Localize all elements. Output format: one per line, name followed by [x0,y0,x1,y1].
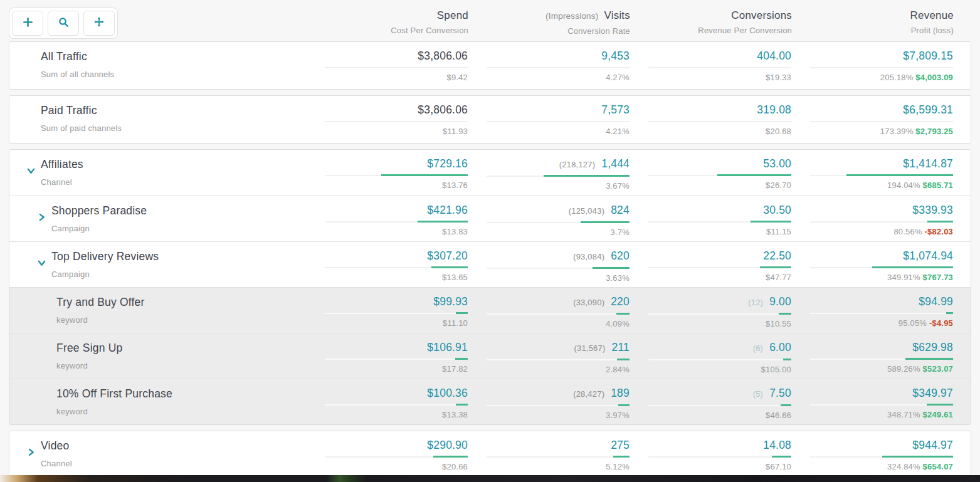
visits-value[interactable]: 275 [611,439,630,451]
conversions-value[interactable]: 9.00 [769,295,791,308]
row-title: Free Sign Up [56,342,306,355]
revenue-value[interactable]: $6,599.31 [903,103,953,116]
conversions-subvalue: $105.00 [630,365,791,374]
conversions-value[interactable]: 14.08 [763,439,791,451]
value-share-bar [431,266,468,268]
chevron-down-icon[interactable] [27,167,35,175]
conversion-count: (12) [748,296,763,309]
chevron-right-icon[interactable] [38,213,46,221]
spend-value[interactable]: $307.20 [427,249,468,262]
spend-value[interactable]: $290.90 [427,439,468,451]
spend-value[interactable]: $729.16 [427,157,468,170]
row-title: All Traffic [41,50,306,63]
row-title: Paid Traffic [41,104,306,117]
visits-subvalue: 4.09% [468,319,630,328]
conversions-value[interactable]: 7.50 [769,387,791,399]
move-button[interactable] [83,11,115,36]
revenue-subvalue: 324.84% $654.07 [791,462,953,471]
visits-value[interactable]: 1,444 [601,157,630,170]
visits-value[interactable]: 620 [611,249,630,262]
visits-sub-metric: 2.84% [606,365,630,374]
profit-amount: $2,793.25 [915,127,953,136]
spend-subvalue: $20.66 [306,462,468,471]
revenue-value[interactable]: $349.97 [912,387,953,399]
table-row: Free Sign Upkeyword$106.91$17.82(31,567)… [9,333,971,379]
spend-value[interactable]: $421.96 [427,204,468,216]
row-title: Top Delivery Reviews [51,250,306,263]
profit-amount: $249.61 [923,410,953,419]
conversions-sub-metric: $20.68 [766,127,791,136]
conversions-value[interactable]: 53.00 [763,157,791,170]
revenue-value[interactable]: $944.97 [912,439,953,451]
divider-track [648,67,791,68]
revenue-value[interactable]: $1,414.87 [903,157,953,170]
search-icon [58,17,69,30]
chevron-right-icon[interactable] [27,448,35,456]
conversions-sub-metric: $47.77 [766,273,791,282]
roi-percent: 205.18% [880,73,914,82]
value-share-bar [882,456,953,458]
spend-value[interactable]: $100.36 [427,387,468,399]
revenue-subvalue: 348.71% $249.61 [791,410,953,419]
visits-value[interactable]: 189 [611,387,630,399]
revenue-value[interactable]: $7,809.15 [903,50,953,62]
spend-value[interactable]: $99.93 [433,295,468,308]
visits-value[interactable]: 220 [611,295,630,308]
divider-track [325,313,468,314]
conversions-value[interactable]: 319.08 [757,103,791,116]
impressions-count: (33,090) [573,296,604,309]
spend-sub-metric: $13.65 [442,273,468,282]
add-button[interactable] [12,11,43,36]
roi-percent: 348.71% [887,410,920,419]
value-share-bar [455,358,468,360]
visits-sub-metric: 5.12% [606,462,630,471]
chevron-down-icon[interactable] [38,259,46,267]
value-share-bar [456,312,468,314]
conversions-sub-metric: $46.66 [766,411,791,420]
row-title: Try and Buy Offer [56,296,306,309]
header-left-area [9,6,307,39]
conversions-value[interactable]: 6.00 [769,341,791,354]
search-button[interactable] [48,11,79,36]
conversions-cell: 14.08$67.10 [630,431,791,478]
divider-track [648,359,791,360]
toolbar [9,8,118,39]
visits-value[interactable]: 211 [612,341,630,354]
conversions-value[interactable]: 30.50 [763,204,791,216]
spend-sub-metric: $20.66 [442,462,468,471]
visits-value[interactable]: 7,573 [601,103,630,116]
roi-percent: 324.84% [887,462,920,471]
value-share-bar [905,358,953,360]
revenue-value[interactable]: $339.93 [912,204,953,216]
visits-subvalue: 3.7% [468,228,630,237]
spend-sub-metric: $11.10 [443,318,468,328]
row-title: Video [41,439,306,453]
spend-subvalue: $13.83 [306,227,468,236]
row-subtitle: keyword [56,361,306,370]
spend-sub-metric: $13.83 [442,227,468,236]
divider-track [325,404,468,406]
revenue-value[interactable]: $94.99 [919,295,953,308]
revenue-value[interactable]: $629.98 [912,341,953,354]
conversions-subvalue: $10.55 [630,319,791,328]
profit-amount: $523.07 [923,364,953,374]
visits-value[interactable]: 824 [611,204,630,216]
divider-track [487,121,630,122]
conversions-cell: 319.08$20.68 [630,96,791,143]
conversions-value[interactable]: 22.50 [763,249,791,262]
row-title: Affiliates [41,158,306,171]
roi-percent: 589.26% [887,364,920,374]
conversions-subvalue: $46.66 [630,411,791,420]
divider-track [810,67,953,68]
spend-value[interactable]: $106.91 [427,341,468,354]
column-header-revenue: Revenue Profit (loss) [792,6,954,35]
value-share-bar [872,266,953,268]
conversions-value[interactable]: 404.00 [757,50,791,62]
analytics-dashboard: Spend Cost Per Conversion (Impressions)V… [0,0,980,482]
value-share-bar [593,267,630,269]
value-share-bar [717,174,791,176]
visits-value[interactable]: 9,453 [601,50,630,62]
revenue-value[interactable]: $1,074.94 [903,249,953,262]
revenue-cell: $94.9995.05% -$4.95 [791,288,953,333]
profit-amount: $654.07 [923,462,953,471]
